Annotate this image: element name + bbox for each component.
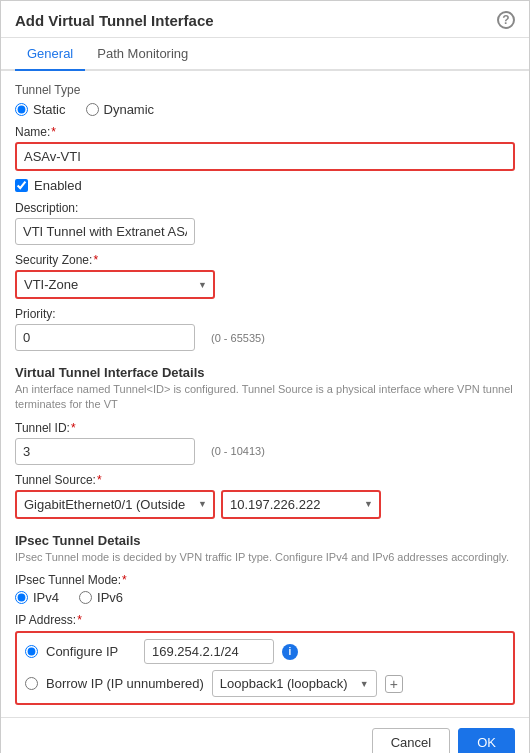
configure-ip-input[interactable]	[144, 639, 274, 664]
configure-ip-radio[interactable]	[25, 645, 38, 658]
tunnel-type-label: Tunnel Type	[15, 83, 515, 97]
borrow-ip-row: Borrow IP (IP unnumbered) Loopback1 (loo…	[25, 670, 505, 697]
dialog-body: Tunnel Type Static Dynamic Name: Enabled…	[1, 71, 529, 717]
tunnel-type-group: Static Dynamic	[15, 102, 515, 117]
configure-ip-row: Configure IP i	[25, 639, 505, 664]
dialog-title: Add Virtual Tunnel Interface	[15, 12, 214, 29]
borrow-ip-radio[interactable]	[25, 677, 38, 690]
dialog-footer: Cancel OK	[1, 717, 529, 753]
description-input[interactable]	[15, 218, 195, 245]
priority-row: (0 - 65535)	[15, 324, 515, 351]
name-label: Name:	[15, 125, 515, 139]
borrow-ip-label: Borrow IP (IP unnumbered)	[46, 676, 204, 691]
tab-path-monitoring[interactable]: Path Monitoring	[85, 38, 200, 71]
ok-button[interactable]: OK	[458, 728, 515, 753]
configure-ip-label: Configure IP	[46, 644, 136, 659]
priority-hint: (0 - 65535)	[211, 332, 265, 344]
tunnel-type-dynamic-label: Dynamic	[104, 102, 155, 117]
tab-bar: General Path Monitoring	[1, 38, 529, 71]
enabled-checkbox[interactable]	[15, 179, 28, 192]
ipsec-details-title: IPsec Tunnel Details	[15, 533, 515, 548]
enabled-row: Enabled	[15, 178, 515, 193]
tunnel-source-interface-select[interactable]: GigabitEthernet0/1 (Outside) GigabitEthe…	[15, 490, 215, 519]
loopback-select-wrapper: Loopback1 (loopback) Loopback0	[212, 670, 377, 697]
tunnel-source-ip-select[interactable]: 10.197.226.222 192.168.1.1	[221, 490, 381, 519]
name-input[interactable]	[15, 142, 515, 171]
vti-details-desc: An interface named Tunnel<ID> is configu…	[15, 382, 515, 413]
tunnel-type-static-label: Static	[33, 102, 66, 117]
tunnel-source-label: Tunnel Source:	[15, 473, 515, 487]
dialog-header: Add Virtual Tunnel Interface ?	[1, 1, 529, 38]
ipsec-section: IPsec Tunnel Details IPsec Tunnel mode i…	[15, 533, 515, 565]
add-virtual-tunnel-interface-dialog: Add Virtual Tunnel Interface ? General P…	[0, 0, 530, 753]
security-zone-select[interactable]: VTI-Zone Outside Inside	[15, 270, 215, 299]
description-label: Description:	[15, 201, 515, 215]
ipsec-mode-ipv6[interactable]: IPv6	[79, 590, 123, 605]
tunnel-source-interface-wrapper: GigabitEthernet0/1 (Outside) GigabitEthe…	[15, 490, 215, 519]
ipsec-mode-ipv4-label: IPv4	[33, 590, 59, 605]
ip-address-label: IP Address:	[15, 613, 515, 627]
loopback-select[interactable]: Loopback1 (loopback) Loopback0	[212, 670, 377, 697]
ipsec-mode-ipv4[interactable]: IPv4	[15, 590, 59, 605]
priority-input[interactable]	[15, 324, 195, 351]
tunnel-id-hint: (0 - 10413)	[211, 445, 265, 457]
priority-label: Priority:	[15, 307, 515, 321]
vti-section: Virtual Tunnel Interface Details An inte…	[15, 365, 515, 413]
tunnel-type-static[interactable]: Static	[15, 102, 66, 117]
tunnel-source-ip-wrapper: 10.197.226.222 192.168.1.1	[221, 490, 381, 519]
security-zone-label: Security Zone:	[15, 253, 515, 267]
configure-ip-info-icon[interactable]: i	[282, 644, 298, 660]
tunnel-id-row: (0 - 10413)	[15, 438, 515, 465]
security-zone-wrapper: VTI-Zone Outside Inside	[15, 270, 215, 299]
tunnel-type-dynamic[interactable]: Dynamic	[86, 102, 155, 117]
tunnel-id-label: Tunnel ID:	[15, 421, 515, 435]
cancel-button[interactable]: Cancel	[372, 728, 450, 753]
vti-details-title: Virtual Tunnel Interface Details	[15, 365, 515, 380]
enabled-label[interactable]: Enabled	[34, 178, 82, 193]
ipsec-mode-group: IPv4 IPv6	[15, 590, 515, 605]
ipsec-mode-ipv6-label: IPv6	[97, 590, 123, 605]
ip-address-section: Configure IP i Borrow IP (IP unnumbered)…	[15, 631, 515, 705]
tunnel-source-row: GigabitEthernet0/1 (Outside) GigabitEthe…	[15, 490, 515, 519]
ipsec-details-desc: IPsec Tunnel mode is decided by VPN traf…	[15, 550, 515, 565]
add-loopback-icon[interactable]: +	[385, 675, 403, 693]
tunnel-id-input[interactable]	[15, 438, 195, 465]
help-icon[interactable]: ?	[497, 11, 515, 29]
ipsec-mode-label: IPsec Tunnel Mode:	[15, 573, 515, 587]
tab-general[interactable]: General	[15, 38, 85, 71]
